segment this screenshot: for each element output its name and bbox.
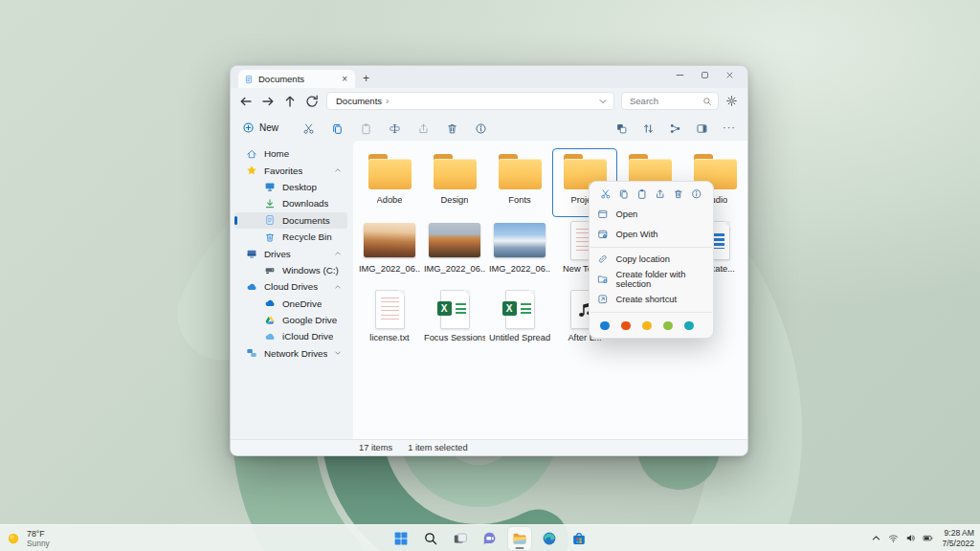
sidebar-item-cloud-drives[interactable]: Cloud Drives <box>234 278 347 295</box>
recycle-icon <box>264 231 276 243</box>
paste-quick-action[interactable] <box>636 188 648 200</box>
menu-item-copy-location[interactable]: Copy location <box>590 250 713 270</box>
minimize-button[interactable] <box>667 66 692 83</box>
home-icon <box>246 148 257 160</box>
sidebar-item-label: OneDrive <box>282 298 322 309</box>
cut-quick-action[interactable] <box>600 188 612 200</box>
address-dropdown-icon[interactable] <box>598 97 608 106</box>
sidebar-item-label: Documents <box>282 215 330 226</box>
delete-button[interactable] <box>446 121 458 134</box>
tag-color-dot[interactable] <box>600 321 610 331</box>
file-item-img-2022-06[interactable]: IMG_2022_06... <box>357 217 422 286</box>
refresh-button[interactable] <box>304 94 320 109</box>
tray-battery-icon[interactable] <box>923 533 933 543</box>
sidebar-item-windows-c[interactable]: Windows (C:) <box>234 262 347 278</box>
file-item-design[interactable]: Design <box>422 148 487 217</box>
menu-item-label: Copy location <box>616 254 670 264</box>
share-quick-action[interactable] <box>655 188 666 200</box>
close-button[interactable] <box>717 66 742 83</box>
preview-button[interactable] <box>696 121 708 134</box>
weather-widget[interactable]: 78°F Sunny <box>6 529 50 548</box>
group-button[interactable] <box>669 121 681 134</box>
maximize-button[interactable] <box>692 66 717 83</box>
cut-button[interactable] <box>302 121 315 134</box>
file-item-untitled-spreads[interactable]: XUntitled Spreads... <box>487 286 552 355</box>
tag-color-dot[interactable] <box>663 321 673 331</box>
taskbar-app-taskview[interactable] <box>449 527 472 550</box>
menu-item-create-folder-with-selection[interactable]: Create folder with selection <box>590 270 713 290</box>
file-item-adobe[interactable]: Adobe <box>357 148 422 217</box>
sidebar-item-icloud-drive[interactable]: iCloud Drive <box>234 328 347 344</box>
sidebar-item-desktop[interactable]: Desktop <box>234 179 347 195</box>
menu-item-create-shortcut[interactable]: Create shortcut <box>590 290 713 310</box>
tray-chevron-up-icon[interactable] <box>871 533 881 543</box>
info-button[interactable] <box>475 121 487 134</box>
sort-button[interactable] <box>642 121 655 134</box>
taskbar-app-explorer[interactable] <box>508 527 531 550</box>
taskbar-app-store[interactable] <box>568 527 590 550</box>
file-item-focus-sessions[interactable]: XFocus Sessions <box>422 286 487 355</box>
rename-button[interactable] <box>389 121 401 134</box>
drives-icon <box>246 248 257 259</box>
tab-close-icon[interactable]: × <box>340 75 349 84</box>
share-button[interactable] <box>417 121 430 134</box>
sidebar-item-home[interactable]: Home <box>234 145 347 162</box>
text-file-icon <box>375 290 405 329</box>
sidebar-item-drives[interactable]: Drives <box>234 245 347 261</box>
sidebar-item-label: Drives <box>264 249 291 259</box>
tag-color-dot[interactable] <box>684 321 694 331</box>
copy-quick-action[interactable] <box>618 188 630 200</box>
tray-wifi-icon[interactable] <box>888 533 899 543</box>
paste-button[interactable] <box>360 121 372 134</box>
search-input[interactable]: Search <box>621 92 719 110</box>
tab-documents[interactable]: Documents × <box>238 70 355 88</box>
sidebar-item-recycle-bin[interactable]: Recycle Bin <box>234 229 347 245</box>
forward-button[interactable] <box>260 94 276 109</box>
clock[interactable]: 9:28 AM 7/5/2022 <box>943 528 974 548</box>
tag-color-dot[interactable] <box>642 321 652 331</box>
taskbar: 78°F Sunny 9:28 AM 7/5/2022 <box>0 524 980 551</box>
new-tab-button[interactable]: + <box>363 72 369 85</box>
breadcrumb[interactable]: Documents <box>336 96 382 106</box>
taskbar-app-edge[interactable] <box>538 527 561 550</box>
link-icon <box>597 253 609 265</box>
delete-quick-action[interactable] <box>673 188 684 200</box>
layout-button[interactable] <box>615 121 628 134</box>
taskbar-app-search[interactable] <box>419 527 442 550</box>
sidebar-item-label: Network Drives <box>264 348 327 359</box>
menu-separator <box>590 312 712 313</box>
sidebar-item-documents[interactable]: Documents <box>234 212 347 229</box>
chevron-up-icon[interactable] <box>334 250 342 257</box>
shortcut-icon <box>597 294 609 305</box>
file-item-license-txt[interactable]: license.txt <box>357 286 422 355</box>
settings-button[interactable] <box>725 95 738 107</box>
chevron-down-icon[interactable] <box>334 349 342 357</box>
file-item-fonts[interactable]: Fonts <box>487 148 552 217</box>
sidebar-item-google-drive[interactable]: Google Drive <box>234 312 347 328</box>
taskbar-app-start[interactable] <box>390 527 412 550</box>
chevron-up-icon[interactable] <box>334 283 342 291</box>
chevron-up-icon[interactable] <box>334 166 342 174</box>
chat-icon <box>482 531 498 546</box>
sidebar-item-network-drives[interactable]: Network Drives <box>234 345 347 362</box>
address-bar[interactable]: Documents › <box>326 92 614 110</box>
folder-icon <box>499 154 542 189</box>
file-name: IMG_2022_06... <box>489 264 550 274</box>
info-quick-action[interactable] <box>691 188 702 200</box>
tray-volume-icon[interactable] <box>905 533 916 543</box>
sidebar-item-favorites[interactable]: Favorites <box>234 162 347 178</box>
sidebar-item-downloads[interactable]: Downloads <box>234 195 347 211</box>
sidebar-item-label: Favorites <box>264 165 302 176</box>
menu-item-open[interactable]: Open <box>590 205 713 225</box>
more-options-button[interactable]: ··· <box>723 121 736 133</box>
new-button[interactable]: New <box>242 121 278 134</box>
file-item-img-2022-06[interactable]: IMG_2022_06... <box>422 217 487 286</box>
copy-button[interactable] <box>331 121 344 134</box>
menu-item-open-with[interactable]: Open With <box>590 225 713 245</box>
tag-color-dot[interactable] <box>621 321 631 331</box>
back-button[interactable] <box>238 94 254 109</box>
sidebar-item-onedrive[interactable]: OneDrive <box>234 296 347 312</box>
up-button[interactable] <box>282 94 298 109</box>
file-item-img-2022-06[interactable]: IMG_2022_06... <box>487 217 552 286</box>
taskbar-app-chat[interactable] <box>479 527 501 550</box>
